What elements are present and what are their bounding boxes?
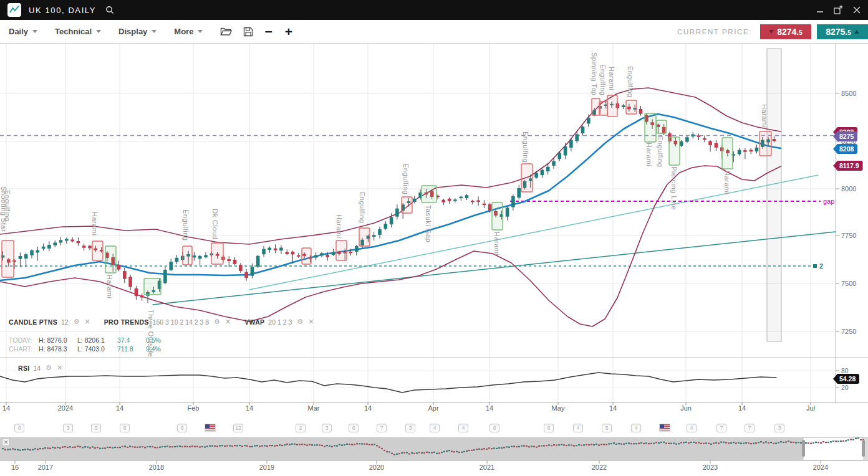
pattern-box (402, 197, 412, 213)
rsi-axis-label: 80 (841, 367, 849, 374)
calendar-event-icon[interactable]: 4 (458, 424, 468, 432)
overview-year-label: 2021 (475, 464, 499, 471)
close-icon[interactable]: ✕ (225, 318, 231, 326)
time-axis-label: May (547, 404, 569, 412)
menu-display[interactable]: Display (118, 27, 157, 36)
pattern-annotation: Engulfing (402, 163, 410, 194)
gear-icon[interactable]: ⚙ (214, 318, 220, 326)
calendar-event-icon[interactable]: 6 (120, 424, 130, 432)
pattern-box (422, 186, 436, 202)
indicator-params: 12 (61, 318, 69, 326)
calendar-event-icon[interactable]: 6 (349, 424, 359, 432)
indicator-name: CANDLE PTNS (9, 318, 57, 326)
pattern-annotation: Piercing Line (670, 166, 678, 210)
calendar-event-icon[interactable]: 3 (405, 424, 415, 432)
pattern-box (183, 246, 192, 265)
price-tag: 8117.9 (833, 161, 863, 171)
stats-high: H: 8478.3 (39, 345, 77, 353)
calendar-event-icon[interactable]: 7 (716, 424, 726, 432)
pattern-annotation: Engulfing (522, 131, 529, 163)
minimize-button[interactable] (816, 6, 824, 14)
stats-percent: 9.4% (146, 345, 161, 353)
time-axis-label: Apr (422, 404, 445, 412)
chevron-down-icon (198, 30, 203, 33)
indicator-name: PRO TRENDS (104, 318, 149, 326)
pattern-box (359, 228, 370, 246)
title-bar: UK 100, DAILY (0, 0, 868, 20)
menu-more[interactable]: More (174, 27, 203, 36)
search-icon[interactable] (105, 5, 115, 15)
chart-toolbar: Daily Technical Display More − + CURRENT… (0, 20, 868, 44)
sell-price-button[interactable]: 8274.5 (760, 24, 811, 39)
time-axis-label: Jun (675, 404, 697, 412)
stats-row-label: TODAY: (9, 336, 39, 344)
pattern-annotation: Harami (645, 143, 653, 166)
calendar-event-icon[interactable]: 3 (63, 424, 73, 432)
price-axis-label: 8000 (841, 185, 856, 193)
popout-window-button[interactable] (834, 6, 843, 14)
buy-price-button[interactable]: 8275.5 (817, 24, 868, 39)
calendar-event-icon[interactable]: 6 (544, 424, 554, 432)
time-axis-label: 14 (238, 404, 261, 412)
time-axis-label: 14 (109, 404, 131, 412)
open-folder-icon[interactable] (220, 27, 232, 36)
price-axis-label: 7250 (841, 328, 856, 335)
chevron-down-icon (32, 30, 37, 33)
stats-low: L: 7403.0 (77, 345, 117, 353)
calendar-event-icon[interactable]: 4 (631, 424, 641, 432)
current-price-label: CURRENT PRICE: (677, 28, 752, 36)
gear-icon[interactable]: ⚙ (297, 318, 303, 326)
pattern-annotation: Engulfing (359, 192, 366, 223)
overview-year-label: 2017 (33, 464, 58, 471)
menu-technical[interactable]: Technical (55, 27, 101, 36)
menu-timeframe[interactable]: Daily (9, 27, 37, 36)
arrow-down-icon (769, 30, 774, 34)
close-icon[interactable]: ✕ (85, 318, 90, 326)
zoom-out-button[interactable]: − (264, 26, 272, 38)
overview-handle-left[interactable] (802, 440, 805, 457)
time-axis-label: 14 (357, 404, 379, 412)
time-axis-label: Feb (182, 404, 205, 412)
calendar-event-icon[interactable]: 4 (687, 424, 697, 432)
calendar-event-icon[interactable]: 12 (233, 424, 243, 432)
overview-year-label: 2020 (364, 464, 389, 471)
price-axis-label: 8500 (841, 90, 856, 97)
us-flag-event-icon[interactable] (660, 424, 670, 431)
pattern-annotation: Engulfing (4, 190, 11, 221)
calendar-event-icon[interactable]: 7 (377, 424, 387, 432)
gear-icon[interactable]: ⚙ (74, 318, 80, 326)
zoom-in-button[interactable]: + (285, 26, 292, 38)
gear-icon[interactable]: ⚙ (46, 364, 52, 372)
calendar-event-icon[interactable]: 3 (774, 424, 784, 432)
pattern-box (626, 100, 637, 114)
close-icon[interactable]: ✕ (308, 318, 314, 326)
pattern-annotation: Harami (608, 67, 615, 90)
pattern-annotation: Harami (761, 104, 768, 128)
calendar-event-icon[interactable]: 8 (14, 424, 24, 432)
calendar-event-icon[interactable]: 2 (296, 424, 306, 432)
us-flag-event-icon[interactable] (205, 424, 215, 431)
vwap-band-label: 2 (819, 262, 823, 270)
pattern-box (302, 248, 311, 264)
overview-close-button[interactable]: ✕ (2, 438, 10, 446)
pattern-box (599, 102, 607, 115)
calendar-event-icon[interactable]: 3 (322, 424, 332, 432)
price-tag: 8275 (833, 131, 857, 141)
close-icon[interactable] (853, 6, 861, 14)
pattern-annotation: Engulfing (599, 64, 607, 95)
save-icon[interactable] (243, 27, 253, 37)
calendar-event-icon[interactable]: 4 (430, 424, 440, 432)
calendar-event-icon[interactable]: 6 (489, 424, 499, 432)
close-icon[interactable]: ✕ (57, 364, 62, 372)
calendar-event-icon[interactable]: 5 (602, 424, 612, 432)
calendar-event-icon[interactable]: 5 (91, 424, 101, 432)
calendar-event-icon[interactable]: 7 (745, 424, 755, 432)
calendar-event-icon[interactable]: 4 (573, 424, 583, 432)
arrow-up-icon (854, 30, 859, 34)
stats-row-label: CHART: (9, 345, 39, 353)
pattern-box (645, 113, 656, 142)
overview-handle-right[interactable] (862, 440, 865, 457)
app-logo-icon (7, 3, 21, 17)
pattern-box (669, 137, 680, 165)
calendar-event-icon[interactable]: 6 (177, 424, 187, 432)
